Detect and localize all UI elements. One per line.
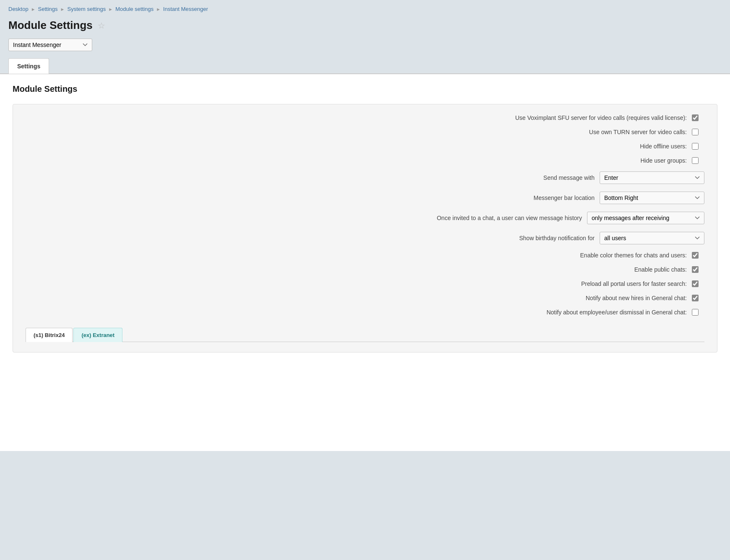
checkbox-voximplant[interactable] xyxy=(692,114,699,121)
page-title: Module Settings xyxy=(8,19,93,32)
setting-row-public-chats: Enable public chats: xyxy=(26,266,704,273)
setting-row-send-message: Send message with Enter Ctrl+Enter xyxy=(26,171,704,184)
control-notify-hires xyxy=(692,295,704,301)
checkbox-hide-offline[interactable] xyxy=(692,143,699,150)
sub-tab-bitrix24[interactable]: (s1) Bitrix24 xyxy=(26,328,73,342)
control-notify-dismissal xyxy=(692,309,704,316)
select-bar-location[interactable]: Bottom Right Bottom Left Top Right Top L… xyxy=(600,192,704,204)
control-voximplant xyxy=(692,114,704,121)
control-message-history: only messages after receiving all messag… xyxy=(587,212,704,224)
checkbox-hide-groups[interactable] xyxy=(692,157,699,164)
page-header: Module Settings ☆ xyxy=(0,16,730,39)
checkbox-notify-dismissal[interactable] xyxy=(692,309,699,316)
module-select[interactable]: Instant Messenger xyxy=(8,39,92,51)
label-hide-offline: Hide offline users: xyxy=(640,143,687,150)
label-message-history: Once invited to a chat, a user can view … xyxy=(437,215,582,221)
tabs-bar: Settings xyxy=(0,58,730,74)
breadcrumb-sep-4: ► xyxy=(156,7,161,12)
control-color-themes xyxy=(692,252,704,259)
select-message-history[interactable]: only messages after receiving all messag… xyxy=(587,212,704,224)
select-birthday[interactable]: all users no one xyxy=(600,232,704,244)
label-bar-location: Messenger bar location xyxy=(533,194,595,201)
breadcrumb-desktop[interactable]: Desktop xyxy=(8,6,29,12)
control-public-chats xyxy=(692,266,704,273)
control-hide-groups xyxy=(692,157,704,164)
breadcrumb-sep-2: ► xyxy=(60,7,65,12)
checkbox-turn[interactable] xyxy=(692,129,699,135)
control-birthday: all users no one xyxy=(600,232,704,244)
panel-title: Module Settings xyxy=(13,84,717,94)
setting-row-hide-groups: Hide user groups: xyxy=(26,157,704,164)
breadcrumb-module-settings[interactable]: Module settings xyxy=(115,6,153,12)
breadcrumb-instant-messenger[interactable]: Instant Messenger xyxy=(163,6,208,12)
checkbox-preload[interactable] xyxy=(692,280,699,287)
breadcrumb-sep-1: ► xyxy=(31,7,36,12)
breadcrumb: Desktop ► Settings ► System settings ► M… xyxy=(0,0,730,16)
label-color-themes: Enable color themes for chats and users: xyxy=(580,252,687,259)
label-preload: Preload all portal users for faster sear… xyxy=(581,280,687,287)
checkbox-notify-hires[interactable] xyxy=(692,295,699,301)
control-bar-location: Bottom Right Bottom Left Top Right Top L… xyxy=(600,192,704,204)
setting-row-notify-hires: Notify about new hires in General chat: xyxy=(26,295,704,301)
setting-row-notify-dismissal: Notify about employee/user dismissal in … xyxy=(26,309,704,316)
label-turn: Use own TURN server for video calls: xyxy=(589,129,687,135)
setting-row-message-history: Once invited to a chat, a user can view … xyxy=(26,212,704,224)
select-send-message[interactable]: Enter Ctrl+Enter xyxy=(600,171,704,184)
control-send-message: Enter Ctrl+Enter xyxy=(600,171,704,184)
control-hide-offline xyxy=(692,143,704,150)
setting-row-bar-location: Messenger bar location Bottom Right Bott… xyxy=(26,192,704,204)
content-panel: Module Settings Use Voximplant SFU serve… xyxy=(0,74,730,451)
label-public-chats: Enable public chats: xyxy=(634,266,687,273)
control-turn xyxy=(692,129,704,135)
setting-row-birthday: Show birthday notification for all users… xyxy=(26,232,704,244)
sub-tab-extranet[interactable]: (ex) Extranet xyxy=(73,328,122,342)
tab-settings[interactable]: Settings xyxy=(8,58,49,74)
label-voximplant: Use Voximplant SFU server for video call… xyxy=(515,114,687,121)
label-notify-hires: Notify about new hires in General chat: xyxy=(586,295,687,301)
control-preload xyxy=(692,280,704,287)
label-send-message: Send message with xyxy=(543,174,595,181)
setting-row-voximplant: Use Voximplant SFU server for video call… xyxy=(26,114,704,121)
setting-row-preload: Preload all portal users for faster sear… xyxy=(26,280,704,287)
setting-row-color-themes: Enable color themes for chats and users: xyxy=(26,252,704,259)
settings-area: Use Voximplant SFU server for video call… xyxy=(13,104,717,353)
sub-tabs-bar: (s1) Bitrix24 (ex) Extranet xyxy=(26,327,704,342)
breadcrumb-sep-3: ► xyxy=(108,7,113,12)
favorite-star-icon[interactable]: ☆ xyxy=(98,21,105,31)
label-birthday: Show birthday notification for xyxy=(519,235,595,241)
breadcrumb-settings[interactable]: Settings xyxy=(38,6,58,12)
setting-row-hide-offline: Hide offline users: xyxy=(26,143,704,150)
breadcrumb-system-settings[interactable]: System settings xyxy=(67,6,106,12)
checkbox-public-chats[interactable] xyxy=(692,266,699,273)
label-notify-dismissal: Notify about employee/user dismissal in … xyxy=(546,309,687,316)
label-hide-groups: Hide user groups: xyxy=(640,157,687,164)
setting-row-turn: Use own TURN server for video calls: xyxy=(26,129,704,135)
module-select-wrap: Instant Messenger xyxy=(0,39,730,58)
checkbox-color-themes[interactable] xyxy=(692,252,699,259)
